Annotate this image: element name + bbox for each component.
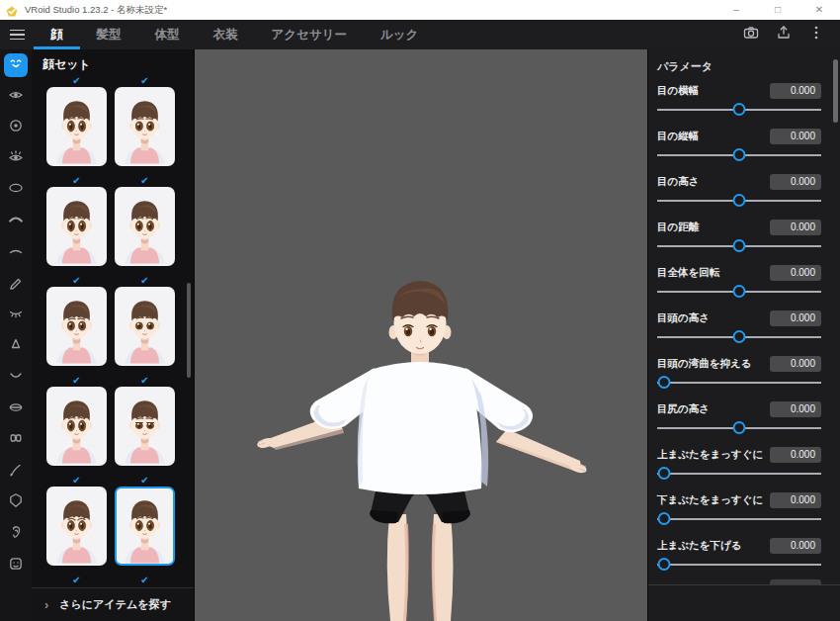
param-value[interactable]: 0.000 <box>770 447 821 463</box>
tab-hair[interactable]: 髪型 <box>80 20 138 49</box>
face-set-item[interactable] <box>46 387 107 466</box>
param-value[interactable]: 0.000 <box>770 538 821 554</box>
sidebar-item-eyelid[interactable] <box>4 210 28 233</box>
face-set-item-selected[interactable] <box>115 487 175 566</box>
sidebar-item-ear[interactable] <box>4 522 28 546</box>
tab-face[interactable]: 顔 <box>34 20 80 49</box>
tab-outfit[interactable]: 衣装 <box>197 20 255 49</box>
slider-handle[interactable] <box>658 376 671 389</box>
param-slider[interactable] <box>657 330 821 344</box>
face-set-item[interactable] <box>46 287 107 366</box>
face-grid-scrollbar[interactable] <box>187 283 191 378</box>
param-value[interactable]: 0.000 <box>770 220 821 235</box>
vroid-studio-window: VRoid Studio 1.23.2 - 名称未設定* – □ ✕ 顔髪型体型… <box>0 0 840 621</box>
param-row: 下まぶたをまっすぐに0.000 <box>657 493 821 526</box>
skin-icon <box>8 556 24 576</box>
param-value[interactable]: 0.000 <box>770 401 821 417</box>
slider-handle[interactable] <box>733 421 746 434</box>
slider-handle[interactable] <box>733 330 746 343</box>
param-row: 上まぶたをまっすぐに0.000 <box>657 448 821 481</box>
eye-highlight-icon <box>8 149 24 169</box>
face-set-item[interactable] <box>46 487 107 566</box>
param-label: 目の縦幅 <box>657 130 699 143</box>
face-set-item[interactable] <box>115 187 175 266</box>
param-value[interactable]: 0.000 <box>770 265 821 281</box>
param-row: 目の高さ0.000 <box>657 175 821 208</box>
param-slider[interactable] <box>657 148 821 162</box>
item-check-icon: ✔ <box>115 575 175 586</box>
param-slider[interactable] <box>657 239 821 253</box>
face-set-item[interactable] <box>46 187 107 266</box>
close-button[interactable]: ✕ <box>798 0 840 20</box>
viewport-3d[interactable] <box>195 49 647 621</box>
slider-handle[interactable] <box>658 512 671 525</box>
face-set-panel: 顔セット ✔✔✔✔✔✔✔✔✔✔✔✔ › さらにアイテムを探す <box>32 49 195 621</box>
sidebar-item-lips[interactable] <box>4 398 28 421</box>
param-row: 目尻の高さ0.000 <box>657 402 821 435</box>
sidebar-item-face-set[interactable] <box>4 53 28 77</box>
character-model <box>195 49 647 621</box>
param-value[interactable]: 0.000 <box>770 356 821 372</box>
camera-button[interactable] <box>739 23 763 46</box>
param-slider[interactable] <box>657 558 821 572</box>
param-value[interactable]: 0.000 <box>770 310 821 326</box>
panel-divider <box>648 584 840 585</box>
param-value[interactable]: 0.000 <box>770 83 821 99</box>
more-menu-button[interactable] <box>804 23 828 46</box>
slider-handle[interactable] <box>733 194 746 207</box>
tab-look[interactable]: ルック <box>364 20 435 49</box>
param-value[interactable]: 0.000 <box>770 129 821 144</box>
param-row: 目全体を回転0.000 <box>657 266 821 299</box>
param-value[interactable]: 0.000 <box>770 174 821 190</box>
sidebar-item-eye-white[interactable] <box>4 178 28 202</box>
param-slider[interactable] <box>657 512 821 526</box>
sidebar-item-face-outline[interactable] <box>4 490 28 514</box>
param-slider[interactable] <box>657 421 821 435</box>
sidebar-item-eyelash[interactable] <box>4 304 28 327</box>
sidebar-item-eyeliner[interactable] <box>4 272 28 296</box>
teeth-icon <box>8 430 24 450</box>
tab-accessories[interactable]: アクセサリー <box>255 20 364 49</box>
maximize-button[interactable]: □ <box>757 0 798 20</box>
face-panel-title: 顔セット <box>32 49 194 75</box>
param-slider[interactable] <box>657 467 821 481</box>
param-slider[interactable] <box>657 376 821 390</box>
sidebar-item-nose[interactable] <box>4 334 28 358</box>
slider-handle[interactable] <box>733 103 746 116</box>
slider-handle[interactable] <box>733 285 746 298</box>
face-set-item[interactable] <box>115 387 175 466</box>
item-check-icon: ✔ <box>115 275 175 287</box>
eyelid-icon <box>8 212 24 231</box>
sidebar-item-skin[interactable] <box>4 554 28 577</box>
slider-handle[interactable] <box>658 558 671 571</box>
sidebar-item-eyebrow[interactable] <box>4 241 28 265</box>
sidebar-item-teeth[interactable] <box>4 428 28 452</box>
sidebar-item-iris[interactable] <box>4 116 28 139</box>
tab-body[interactable]: 体型 <box>138 20 197 49</box>
slider-handle[interactable] <box>733 148 746 161</box>
param-row: 目頭の湾曲を抑える0.000 <box>657 357 821 390</box>
param-value[interactable]: 0.000 <box>770 492 821 508</box>
face-set-item[interactable] <box>115 287 175 366</box>
export-button[interactable] <box>772 23 796 46</box>
sidebar-item-mouth[interactable] <box>4 366 28 390</box>
sidebar-item-eye-highlight[interactable] <box>4 147 28 171</box>
camera-icon <box>743 25 759 44</box>
parameters-scrollbar[interactable] <box>833 59 838 123</box>
slider-handle[interactable] <box>733 239 746 252</box>
param-slider[interactable] <box>657 194 821 208</box>
sidebar-item-eye-set[interactable] <box>4 85 28 109</box>
param-label: 目頭の高さ <box>657 311 710 325</box>
face-set-item[interactable] <box>115 87 175 166</box>
find-more-items-button[interactable]: › さらにアイテムを探す <box>32 587 194 621</box>
sidebar-item-makeup[interactable] <box>4 460 28 484</box>
minimize-button[interactable]: – <box>715 0 757 20</box>
mouth-icon <box>8 368 24 388</box>
param-row: 目の距離0.000 <box>657 221 821 253</box>
chevron-right-icon: › <box>44 597 48 612</box>
main-menu-button[interactable] <box>0 20 34 49</box>
param-slider[interactable] <box>657 103 821 117</box>
face-set-item[interactable] <box>46 87 107 166</box>
param-slider[interactable] <box>657 285 821 299</box>
slider-handle[interactable] <box>658 467 671 480</box>
